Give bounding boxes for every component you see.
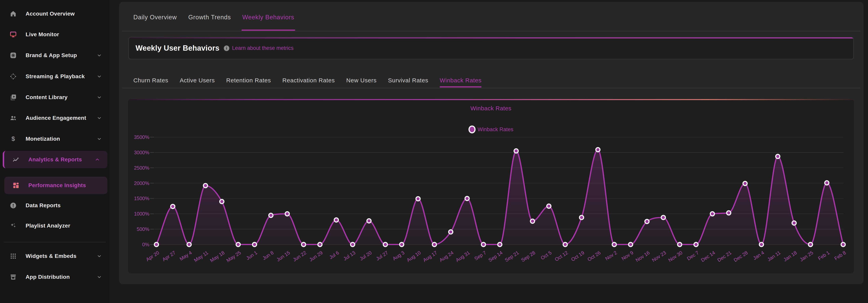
- metric-tab-bar: Churn RatesActive UsersRetention RatesRe…: [133, 77, 482, 84]
- data-point-may-4[interactable]: [187, 243, 191, 247]
- data-point-aug-31[interactable]: [465, 196, 469, 201]
- data-point-oct-12[interactable]: [563, 243, 567, 247]
- data-point-jan-4[interactable]: [760, 243, 764, 247]
- metric-tab-winback-rates[interactable]: Winback Rates: [440, 77, 482, 84]
- data-point-jul-20[interactable]: [367, 219, 371, 223]
- y-axis-label: 1500%: [134, 195, 149, 201]
- sidebar-item-brand-and-app-setup[interactable]: Brand & App Setup: [0, 47, 109, 64]
- metric-tab-reactivation-rates[interactable]: Reactivation Rates: [282, 77, 335, 84]
- data-point-jan-11[interactable]: [776, 154, 780, 159]
- x-axis-label: Oct 5: [539, 250, 552, 261]
- data-point-sep-14[interactable]: [498, 243, 502, 247]
- data-point-aug-3[interactable]: [400, 243, 404, 247]
- tab-growth-trends[interactable]: Growth Trends: [188, 13, 231, 21]
- data-point-jun-22[interactable]: [302, 243, 306, 247]
- data-point-jun-15[interactable]: [285, 212, 289, 216]
- data-point-may-25[interactable]: [236, 243, 240, 247]
- x-axis-label: Sep 14: [487, 250, 503, 263]
- sidebar-item-account-overview[interactable]: Account Overview: [0, 5, 109, 23]
- x-axis-label: Feb 1: [817, 250, 831, 261]
- data-point-apr-27[interactable]: [171, 204, 175, 208]
- data-point-dec-7[interactable]: [694, 243, 698, 247]
- data-point-oct-26[interactable]: [596, 148, 600, 152]
- settings-square-icon: [9, 52, 17, 59]
- sidebar-item-live-monitor[interactable]: Live Monitor: [0, 26, 109, 43]
- sidebar-item-label: Live Monitor: [26, 31, 59, 38]
- sidebar-item-app-distribution[interactable]: App Distribution: [0, 268, 109, 286]
- y-axis-label: 3000%: [134, 150, 149, 155]
- series-area: [156, 150, 843, 244]
- sidebar-item-audience-engagement[interactable]: Audience Engagement: [0, 109, 109, 127]
- x-axis-label: Sep 7: [473, 250, 487, 262]
- data-point-jul-13[interactable]: [351, 243, 355, 247]
- x-axis-label: Oct 12: [554, 250, 569, 263]
- chevron-down-icon: [97, 136, 102, 142]
- metric-tab-active-users[interactable]: Active Users: [180, 77, 215, 84]
- data-point-nov-16[interactable]: [645, 219, 649, 223]
- x-axis-label: Oct 19: [570, 250, 585, 263]
- x-axis-label: Nov 30: [667, 250, 683, 263]
- sidebar-item-data-reports[interactable]: Data Reports: [0, 197, 109, 214]
- tab-daily-overview[interactable]: Daily Overview: [133, 13, 177, 21]
- x-axis-label: Dec 7: [686, 250, 700, 262]
- data-point-feb-8[interactable]: [841, 243, 845, 247]
- tab-weekly-behaviors[interactable]: Weekly Behaviors: [242, 13, 294, 21]
- data-point-nov-30[interactable]: [678, 243, 682, 247]
- data-point-apr-20[interactable]: [154, 243, 159, 247]
- data-point-may-18[interactable]: [220, 200, 224, 204]
- data-point-oct-19[interactable]: [580, 215, 584, 219]
- sidebar-item-label: Streaming & Playback: [26, 73, 85, 80]
- data-point-jun-8[interactable]: [269, 213, 273, 217]
- sidebar-item-monetization[interactable]: $Monetization: [0, 130, 109, 148]
- data-point-jul-27[interactable]: [383, 243, 388, 247]
- metric-tab-divider: [122, 88, 860, 88]
- data-point-aug-10[interactable]: [416, 196, 420, 201]
- sidebar-item-label: Content Library: [26, 94, 68, 100]
- chart-card: Winback Rates Winback Rates 0%500%1000%1…: [128, 99, 854, 273]
- x-axis-label: Aug 3: [392, 250, 405, 262]
- x-axis-label: May 11: [193, 250, 209, 263]
- sidebar-item-label: Audience Engagement: [26, 115, 86, 121]
- sidebar-item-performance-insights[interactable]: Performance Insights: [4, 177, 107, 194]
- x-axis-label: Jun 15: [276, 250, 291, 263]
- data-point-jan-25[interactable]: [808, 243, 813, 247]
- data-point-sep-28[interactable]: [530, 219, 535, 223]
- metric-tab-survival-rates[interactable]: Survival Rates: [388, 77, 428, 84]
- metric-tab-retention-rates[interactable]: Retention Rates: [226, 77, 271, 84]
- data-point-jan-18[interactable]: [792, 221, 796, 225]
- sidebar-item-analytics-and-reports[interactable]: Analytics & Reports: [3, 151, 107, 168]
- data-point-aug-17[interactable]: [432, 243, 437, 247]
- data-point-may-11[interactable]: [204, 184, 208, 188]
- sidebar-item-label: Monetization: [26, 136, 60, 142]
- home-icon: [9, 10, 17, 18]
- sidebar-item-widgets-and-embeds[interactable]: Widgets & Embeds: [0, 247, 109, 265]
- y-axis-label: 2500%: [134, 165, 149, 171]
- y-axis-label: 500%: [137, 226, 149, 232]
- metric-tab-churn-rates[interactable]: Churn Rates: [133, 77, 168, 84]
- data-point-jul-6[interactable]: [334, 218, 338, 222]
- data-point-jun-29[interactable]: [318, 243, 322, 247]
- data-point-dec-21[interactable]: [727, 211, 731, 215]
- data-point-dec-14[interactable]: [710, 212, 715, 216]
- data-point-sep-7[interactable]: [482, 243, 486, 247]
- svg-text:$: $: [11, 135, 15, 142]
- sidebar-item-playlist-analyzer[interactable]: Playlist Analyzer: [0, 217, 109, 235]
- x-axis-label: Jul 20: [359, 250, 373, 262]
- data-point-oct-5[interactable]: [547, 204, 551, 208]
- x-axis-label: May 18: [209, 250, 225, 263]
- data-point-nov-2[interactable]: [612, 243, 616, 247]
- chart-legend[interactable]: Winback Rates: [128, 125, 854, 133]
- data-point-sep-21[interactable]: [514, 149, 518, 153]
- data-point-nov-23[interactable]: [661, 215, 665, 219]
- sidebar-item-label: Brand & App Setup: [26, 52, 77, 59]
- chevron-down-icon: [97, 253, 102, 259]
- sidebar-item-streaming-and-playback[interactable]: Streaming & Playback: [0, 68, 109, 85]
- data-point-nov-9[interactable]: [629, 243, 633, 247]
- data-point-jun-1[interactable]: [253, 243, 257, 247]
- sidebar-item-content-library[interactable]: Content Library: [0, 89, 109, 106]
- data-point-aug-24[interactable]: [449, 230, 453, 234]
- metric-tab-new-users[interactable]: New Users: [346, 77, 377, 84]
- learn-metrics-link[interactable]: Learn about these metrics: [232, 45, 293, 51]
- data-point-feb-1[interactable]: [825, 181, 829, 185]
- data-point-dec-28[interactable]: [743, 181, 747, 186]
